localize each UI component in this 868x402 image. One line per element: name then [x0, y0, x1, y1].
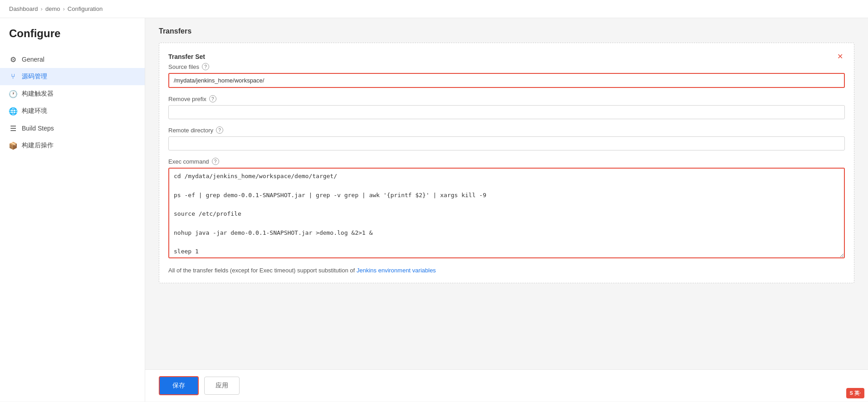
transfer-set-card: Transfer Set ✕ Source files ?: [159, 43, 854, 283]
sidebar-item-source-mgmt-label: 源码管理: [22, 73, 47, 81]
sidebar-item-build-triggers[interactable]: 🕐 构建触发器: [0, 85, 145, 102]
save-button[interactable]: 保存: [159, 376, 199, 395]
transfer-set-close-button[interactable]: ✕: [835, 52, 845, 61]
sidebar-title: Configure: [0, 27, 145, 51]
sidebar: Configure ⚙ General ⑂ 源码管理 🕐 构建触发器 🌐 构建环…: [0, 18, 145, 402]
apply-button[interactable]: 应用: [204, 377, 240, 395]
sidebar-item-general-label: General: [22, 56, 44, 63]
exec-command-label: Exec command ?: [168, 158, 845, 165]
section-title: Transfers: [159, 27, 854, 35]
breadcrumb-configuration: Configuration: [68, 5, 103, 12]
source-files-label: Source files ?: [168, 63, 845, 70]
sidebar-item-post-build[interactable]: 📦 构建后操作: [0, 137, 145, 154]
source-files-help-icon[interactable]: ?: [202, 63, 209, 70]
sidebar-item-source-mgmt[interactable]: ⑂ 源码管理: [0, 68, 145, 85]
fork-icon: ⑂: [9, 73, 17, 81]
remote-directory-group: Remote directory ?: [168, 126, 845, 150]
breadcrumb-demo[interactable]: demo: [45, 5, 60, 12]
remote-directory-input[interactable]: [168, 136, 845, 150]
sidebar-item-general[interactable]: ⚙ General: [0, 51, 145, 68]
transfer-set-title: Transfer Set: [168, 53, 205, 60]
bottom-bar: 保存 应用: [145, 369, 868, 402]
sidebar-item-post-build-label: 构建后操作: [22, 141, 54, 150]
remove-prefix-label: Remove prefix ?: [168, 95, 845, 102]
main-content: Transfers Transfer Set ✕ Source files ?: [145, 18, 868, 369]
remote-directory-label: Remote directory ?: [168, 126, 845, 134]
source-files-group: Source files ?: [168, 63, 845, 88]
exec-command-help-icon[interactable]: ?: [212, 158, 219, 165]
sidebar-item-build-steps-label: Build Steps: [22, 125, 54, 132]
jenkins-env-vars-link[interactable]: Jenkins environment variables: [357, 267, 436, 274]
clock-icon: 🕐: [9, 90, 17, 98]
exec-command-group: Exec command ? cd /mydata/jenkins_home/w…: [168, 158, 845, 260]
breadcrumb-sep-1: ›: [41, 5, 43, 12]
breadcrumb-sep-2: ›: [63, 5, 64, 12]
exec-command-textarea[interactable]: cd /mydata/jenkins_home/workspace/demo/t…: [168, 168, 845, 258]
sidebar-item-build-env[interactable]: 🌐 构建环境: [0, 102, 145, 120]
sidebar-item-build-steps[interactable]: ☰ Build Steps: [0, 120, 145, 137]
remove-prefix-help-icon[interactable]: ?: [209, 95, 216, 102]
remove-prefix-group: Remove prefix ?: [168, 95, 845, 119]
remove-prefix-input[interactable]: [168, 105, 845, 119]
list-icon: ☰: [9, 124, 17, 132]
globe-icon: 🌐: [9, 107, 17, 115]
sidebar-item-build-env-label: 构建环境: [22, 107, 47, 115]
breadcrumb-dashboard[interactable]: Dashboard: [9, 5, 38, 12]
info-text: All of the transfer fields (except for E…: [168, 267, 845, 274]
watermark: S 英·: [846, 388, 864, 398]
sidebar-item-build-triggers-label: 构建触发器: [22, 90, 54, 98]
breadcrumb: Dashboard › demo › Configuration: [0, 0, 868, 18]
remote-directory-help-icon[interactable]: ?: [216, 126, 223, 134]
source-files-input[interactable]: [168, 73, 845, 88]
gear-icon: ⚙: [9, 55, 17, 63]
box-icon: 📦: [9, 141, 17, 150]
